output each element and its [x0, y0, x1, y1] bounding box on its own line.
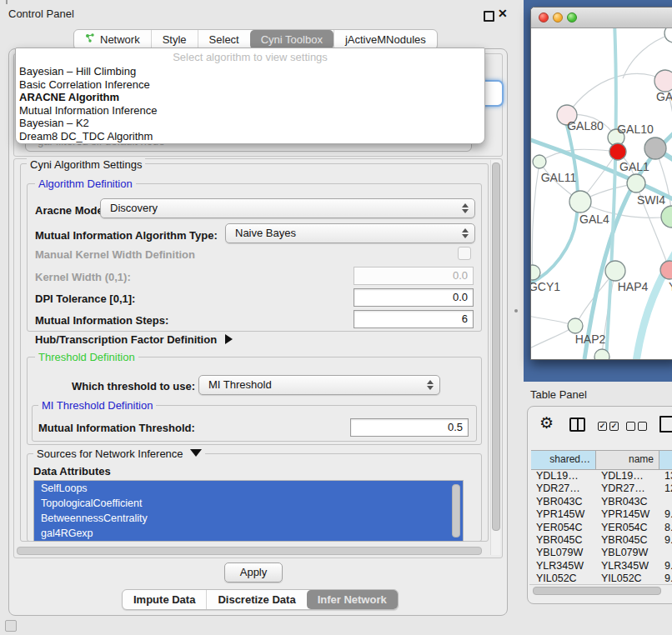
network-window[interactable]: GAL GAL80 GAL10 GAL1 GAL11 SWI4 GAL4 GCY… — [530, 7, 672, 360]
which-threshold-label: Which threshold to use: — [72, 380, 195, 392]
threshold-definition-title: Threshold Definition — [35, 351, 138, 363]
aracne-mode-value: Discovery — [110, 202, 158, 214]
dpi-tolerance-label: DPI Tolerance [0,1]: — [35, 292, 135, 305]
table-row[interactable]: YLR345WYLR345W9. — [531, 560, 672, 572]
node[interactable] — [568, 318, 583, 333]
which-threshold-combo[interactable]: MI Threshold — [198, 375, 440, 395]
tab-infer-network[interactable]: Infer Network — [307, 590, 398, 609]
table-row[interactable]: YBL079WYBL079W — [531, 547, 672, 559]
kernel-width-field: 0.0 — [354, 267, 474, 285]
collapsed-panel-icon[interactable] — [5, 620, 17, 632]
minimize-traffic-light-icon[interactable] — [553, 12, 563, 22]
gear-icon[interactable]: ⚙ — [539, 413, 554, 432]
dropdown-item[interactable]: Bayesian – K2 — [16, 117, 484, 130]
mi-threshold-group-title: MI Threshold Definition — [38, 399, 156, 412]
dropdown-item[interactable]: Dream8 DC_TDC Algorithm — [16, 130, 484, 143]
stepper-icon — [462, 228, 468, 238]
list-scrollbar[interactable] — [452, 484, 460, 538]
expand-arrow-icon[interactable] — [190, 449, 202, 457]
dropdown-item[interactable]: Mutual Information Inference — [16, 104, 484, 118]
scrollbar-thumb[interactable] — [17, 547, 482, 555]
algorithm-dropdown-popup: Select algorithm to view settings Bayesi… — [15, 48, 485, 144]
settings-horizontal-scrollbar[interactable] — [15, 546, 489, 555]
node[interactable] — [594, 349, 609, 359]
table-horizontal-scrollbar[interactable] — [529, 584, 672, 595]
tab-style[interactable]: Style — [151, 30, 198, 49]
close-traffic-light-icon[interactable] — [539, 12, 549, 22]
node-label: GAL1 — [619, 160, 649, 173]
tab-impute-data[interactable]: Impute Data — [123, 590, 206, 609]
column-header[interactable]: shared… — [531, 451, 596, 469]
table-row[interactable]: YBR043CYBR043C — [531, 496, 672, 508]
manual-kernel-label: Manual Kernel Width Definition — [35, 248, 195, 261]
mi-threshold-field[interactable]: 0.5 — [350, 418, 469, 437]
list-item[interactable]: gal4RGexp — [34, 526, 463, 541]
node-label: GAL — [656, 90, 672, 103]
column-header[interactable]: A — [659, 451, 672, 469]
tab-select[interactable]: Select — [198, 30, 250, 49]
tab-jactivemnodules[interactable]: jActiveMNodules — [333, 30, 437, 49]
scrollbar-thumb[interactable] — [533, 587, 661, 595]
dropdown-item-selected[interactable]: ARACNE Algorithm — [16, 91, 484, 104]
panel-columns-icon[interactable] — [569, 418, 585, 432]
tab-discretize-data[interactable]: Discretize Data — [206, 590, 306, 609]
settings-vertical-scrollbar[interactable] — [490, 160, 500, 555]
select-all-icon[interactable]: ✓✓ — [598, 418, 621, 433]
list-item[interactable]: BetweennessCentrality — [34, 511, 463, 526]
node-label: HAP4 — [618, 280, 649, 293]
network-window-titlebar[interactable] — [531, 8, 672, 28]
manual-kernel-checkbox[interactable] — [458, 247, 471, 260]
kernel-width-label: Kernel Width (0,1): — [35, 271, 131, 283]
bottom-tabs: Impute Data Discretize Data Infer Networ… — [122, 589, 399, 610]
aracne-mode-combo[interactable]: Discovery — [100, 198, 475, 218]
zoom-traffic-light-icon[interactable] — [567, 12, 577, 22]
node[interactable] — [654, 70, 672, 92]
splitter-handle[interactable] — [514, 309, 518, 312]
column-header[interactable]: name — [596, 451, 659, 469]
tab-network[interactable]: Network — [74, 30, 151, 49]
data-attributes-label: Data Attributes — [33, 465, 111, 478]
sources-toggle[interactable]: Sources for Network Inference — [33, 448, 205, 460]
table-row[interactable]: YDL19…YDL19…13 — [531, 470, 672, 482]
network-canvas[interactable]: GAL GAL80 GAL10 GAL1 GAL11 SWI4 GAL4 GCY… — [531, 28, 672, 359]
table-row[interactable]: YDR27…YDR27…12 — [531, 482, 672, 495]
deselect-all-icon[interactable] — [626, 418, 649, 433]
tab-cyni-toolbox[interactable]: Cyni Toolbox — [250, 30, 333, 49]
collapse-arrow-icon[interactable] — [225, 334, 233, 344]
float-window-icon[interactable] — [484, 11, 494, 22]
table-row[interactable]: YBR045CYBR045C9. — [531, 534, 672, 547]
node[interactable] — [569, 191, 591, 212]
aracne-mode-label: Aracne Mode: — [35, 204, 107, 217]
node-selected[interactable] — [609, 143, 626, 160]
node[interactable] — [533, 155, 546, 168]
node-label: SWI4 — [637, 193, 665, 207]
close-icon[interactable]: ✕ — [498, 7, 508, 20]
node-label: GAL4 — [579, 212, 609, 226]
list-item[interactable]: SelfLoops — [34, 481, 463, 496]
node[interactable] — [644, 138, 666, 159]
node[interactable] — [627, 174, 645, 192]
hub-definition-toggle[interactable]: Hub/Transcription Factor Definition — [35, 333, 233, 346]
mi-type-value: Naive Bayes — [235, 227, 296, 239]
dpi-tolerance-field[interactable]: 0.0 — [354, 288, 474, 307]
table-panel: ⚙ ✓✓ shared… name A YDL19…YDL19…13 YDR27… — [527, 406, 672, 604]
list-item[interactable]: TopologicalCoefficient — [34, 496, 463, 511]
node[interactable] — [661, 206, 672, 228]
scrollbar-thumb[interactable] — [492, 162, 500, 531]
node-label: Y — [669, 280, 672, 293]
table-row[interactable]: YER054CYER054C8. — [531, 522, 672, 534]
apply-button[interactable]: Apply — [224, 562, 283, 582]
table-row[interactable]: YPR145WYPR145W9. — [531, 508, 672, 521]
which-threshold-value: MI Threshold — [208, 378, 272, 391]
mi-steps-field[interactable]: 6 — [354, 310, 474, 328]
dropdown-item[interactable]: Bayesian – Hill Climbing — [16, 65, 484, 78]
export-table-icon[interactable] — [659, 416, 672, 432]
data-attributes-list[interactable]: SelfLoops TopologicalCoefficient Between… — [33, 480, 464, 542]
algorithm-definition-title: Algorithm Definition — [35, 178, 136, 190]
tab-network-label: Network — [100, 33, 140, 46]
node[interactable] — [664, 28, 672, 42]
dropdown-item[interactable]: Basic Correlation Inference — [16, 78, 484, 92]
node[interactable] — [605, 261, 625, 281]
mi-type-combo[interactable]: Naive Bayes — [225, 223, 475, 243]
mi-steps-label: Mutual Information Steps: — [35, 314, 168, 327]
